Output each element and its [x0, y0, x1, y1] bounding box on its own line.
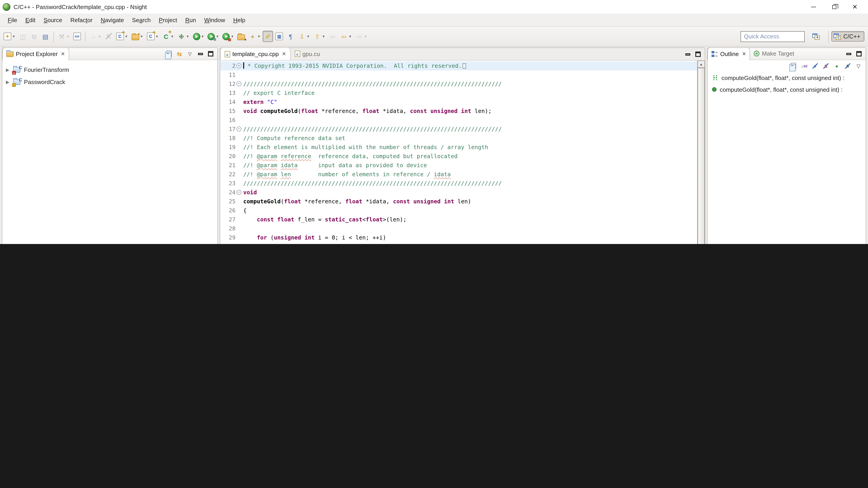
line-number: 24 — [220, 188, 236, 197]
code-editor[interactable]: 2+ * Copyright 1993-2015 NVIDIA Corporat… — [220, 61, 697, 244]
collapse-all-button[interactable] — [790, 62, 797, 70]
close-tab-icon[interactable]: ✕ — [742, 51, 746, 57]
minimize-view-button[interactable] — [197, 50, 204, 57]
editor-tab-gpu-cu[interactable]: cgpu.cu — [291, 47, 324, 60]
menu-edit[interactable]: Edit — [21, 14, 39, 26]
maximize-outline-button[interactable] — [855, 50, 863, 57]
c-refresh-icon: C✦ — [162, 33, 170, 40]
close-window-button[interactable]: ✕ — [844, 0, 865, 13]
code-line-15: 15void computeGold(float *reference, flo… — [220, 107, 697, 116]
vertical-scroll-thumb[interactable] — [698, 68, 705, 244]
line-number: 23 — [220, 179, 236, 188]
maximize-view-button[interactable] — [207, 50, 214, 57]
editor-vertical-scrollbar[interactable]: ▲ ▼ — [697, 61, 705, 244]
source-segment-icon: ▥ — [276, 33, 283, 40]
debug-button[interactable]: ❉▼ — [176, 31, 191, 42]
open-element-button[interactable]: ● — [236, 31, 247, 42]
profile-button[interactable]: ≣▼ — [206, 31, 220, 42]
save-button: ◫ — [18, 31, 28, 42]
outline-item[interactable]: computeGold(float*, float*, const unsign… — [708, 84, 866, 95]
coverage-button[interactable]: ▦▼ — [221, 31, 235, 42]
menu-window[interactable]: Window — [200, 14, 229, 26]
new-cpp-class-button[interactable]: C✦▼ — [145, 31, 160, 42]
build-button: ⚒▼ — [57, 31, 71, 42]
line-number: 20 — [220, 152, 236, 161]
hide-fields-button[interactable]: ● — [811, 62, 819, 70]
minimize-window-button[interactable] — [803, 0, 824, 13]
search-button[interactable]: ⌖▼ — [248, 31, 262, 42]
menu-help[interactable]: Help — [229, 14, 250, 26]
fold-expand-icon[interactable]: + — [237, 63, 241, 68]
project-explorer-panel: Project Explorer ✕ ⇆ ▽ ▶CxFourierTransfo… — [2, 47, 218, 244]
line-number: 11 — [220, 70, 236, 79]
quick-access-input[interactable] — [741, 31, 805, 42]
close-tab-icon[interactable]: ✕ — [282, 51, 286, 57]
back-button[interactable]: ⇦▼ — [339, 31, 353, 42]
previous-annotation-button[interactable]: ⇧▼ — [312, 31, 327, 42]
close-project-explorer-icon[interactable]: ✕ — [61, 51, 65, 57]
outline-panel: Outline✕Make Target ↓az ● S ● # ▽ — [707, 47, 866, 244]
outline-item[interactable]: computeGold(float*, float*, const unsign… — [708, 72, 866, 84]
highlighter-icon: ✐ — [264, 33, 272, 40]
code-line-2: 2+ * Copyright 1993-2015 NVIDIA Corporat… — [220, 61, 697, 70]
scroll-up-arrow[interactable]: ▲ — [698, 61, 705, 68]
menu-run[interactable]: Run — [181, 14, 200, 26]
hide-static-members-button[interactable]: S — [822, 62, 830, 70]
make-target-icon — [754, 51, 760, 57]
back-arrow-icon: ⇦ — [340, 33, 348, 40]
view-menu-button[interactable]: ▽ — [855, 62, 862, 70]
show-whitespace-button[interactable]: ¶ — [285, 31, 296, 42]
save-all-icon: ⧉ — [30, 33, 38, 40]
code-line-29: 29 for (unsigned int i = 0; i < len; ++i… — [220, 233, 697, 242]
menu-file[interactable]: File — [4, 14, 21, 26]
mark-occurrences-button[interactable]: ✐ — [263, 31, 273, 42]
hide-non-public-members-button[interactable]: ● — [833, 62, 840, 70]
tab-outline[interactable]: Outline✕ — [708, 47, 750, 60]
double-arrow-icon: ⇔ — [90, 33, 97, 40]
collapse-all-button[interactable] — [165, 50, 173, 57]
maximize-editor-button[interactable] — [694, 51, 702, 58]
menu-search[interactable]: Search — [128, 14, 155, 26]
print-button[interactable]: ▤ — [40, 31, 51, 42]
sort-button[interactable]: ↓az — [801, 62, 808, 70]
expand-arrow-icon[interactable]: ▶ — [6, 67, 10, 72]
new-c-project-button[interactable]: ✦▼ — [130, 31, 145, 42]
tab-project-explorer[interactable]: Project Explorer ✕ — [2, 47, 69, 60]
c-cpp-perspective-button[interactable]: C C/C++ — [832, 31, 864, 41]
tab-make-target[interactable]: Make Target — [750, 47, 798, 60]
editor-tab-template_cpu-cpp[interactable]: ctemplate_cpu.cpp✕ — [220, 47, 291, 60]
open-perspective-button[interactable]: ✦ — [811, 31, 821, 41]
menu-source[interactable]: Source — [39, 14, 66, 26]
view-menu-button[interactable]: ▽ — [186, 50, 193, 57]
project-item-fouriertransform[interactable]: ▶CxFourierTransform — [4, 64, 216, 76]
fold-collapse-icon[interactable]: − — [237, 127, 241, 131]
save-icon: ◫ — [19, 33, 27, 40]
next-annotation-button[interactable]: ⇩▼ — [297, 31, 311, 42]
expand-arrow-icon[interactable]: ▶ — [6, 79, 10, 85]
hide-inactive-elements-button[interactable]: # — [844, 62, 851, 70]
run-button[interactable]: ▼ — [191, 31, 206, 42]
restore-window-button[interactable] — [824, 0, 844, 13]
menu-navigate[interactable]: Navigate — [96, 14, 128, 26]
code-line-11: 11 — [220, 70, 697, 79]
menu-refactor[interactable]: Refactor — [66, 14, 96, 26]
minimize-editor-button[interactable] — [684, 51, 691, 58]
new-c-file-button[interactable]: C✦▼ — [115, 31, 129, 42]
line-number: 2 — [220, 61, 236, 70]
minimize-outline-button[interactable] — [845, 50, 852, 57]
new-wizard-icon: ✦ — [4, 33, 11, 40]
menu-project[interactable]: Project — [155, 14, 181, 26]
generate-c-button[interactable]: C✦▼ — [161, 31, 175, 42]
folder-objects-icon: ● — [238, 34, 245, 40]
show-source-button[interactable]: ▥ — [274, 31, 285, 42]
editor-panel: ctemplate_cpu.cpp✕cgpu.cu 2+ * Copyright… — [220, 47, 705, 244]
new-c-folder-icon: ✦ — [131, 34, 139, 40]
project-item-passwordcrack[interactable]: ▶C!PasswordCrack — [4, 76, 216, 88]
c-file-icon: c — [295, 51, 300, 57]
fold-collapse-icon[interactable]: − — [237, 81, 241, 86]
binary-010-button[interactable]: 010 — [72, 31, 82, 42]
link-with-editor-button[interactable]: ⇆ — [176, 50, 183, 57]
forward-button: ⇨▼ — [354, 31, 368, 42]
fold-collapse-icon[interactable]: − — [237, 190, 241, 195]
new-wizard-button[interactable]: ✦▼ — [2, 31, 17, 42]
